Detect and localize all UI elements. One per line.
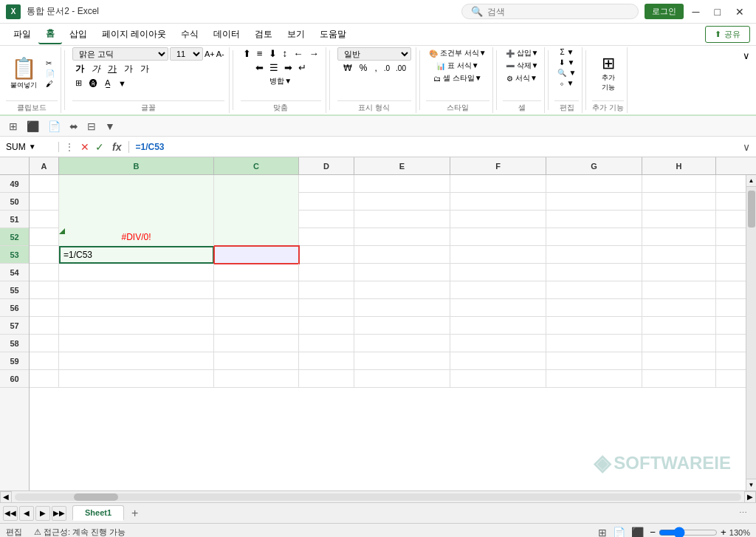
- cell-F59[interactable]: [450, 352, 546, 370]
- normal-view-btn[interactable]: ⊞: [598, 527, 607, 538]
- col-header-A[interactable]: A: [30, 157, 59, 174]
- row-header-59[interactable]: 59: [0, 352, 29, 370]
- cell-E55[interactable]: [354, 281, 450, 299]
- formula-menu-btn[interactable]: ⋮: [62, 141, 77, 153]
- maximize-button[interactable]: □: [709, 3, 726, 21]
- fill-color-button[interactable]: 🅐: [86, 78, 100, 89]
- cell-E51[interactable]: [354, 211, 450, 228]
- sheet-tab-sheet1[interactable]: Sheet1: [72, 505, 124, 521]
- cell-F58[interactable]: [450, 335, 546, 352]
- more-font[interactable]: ▼: [115, 78, 129, 89]
- h-scroll-track[interactable]: [15, 493, 741, 501]
- scroll-thumb[interactable]: [748, 191, 755, 228]
- search-box[interactable]: 🔍: [461, 4, 639, 19]
- conditional-format[interactable]: 🎨 조건부 서식▼: [426, 47, 489, 59]
- text-direction[interactable]: ↕: [281, 47, 290, 60]
- cell-F49[interactable]: [450, 175, 546, 193]
- corner-cell[interactable]: [0, 157, 30, 174]
- font-size-select[interactable]: 11: [170, 47, 203, 61]
- cell-E50[interactable]: [354, 193, 450, 211]
- row-header-52[interactable]: 52: [0, 228, 29, 246]
- cell-B55[interactable]: [59, 281, 214, 299]
- row-header-54[interactable]: 54: [0, 264, 29, 281]
- qa-page-btn[interactable]: 📄: [45, 119, 63, 134]
- last-sheet-btn[interactable]: ▶▶: [52, 506, 66, 521]
- cell-E57[interactable]: [354, 317, 450, 335]
- row-header-58[interactable]: 58: [0, 335, 29, 352]
- dec-increase[interactable]: .0: [382, 64, 392, 73]
- cell-F55[interactable]: [450, 281, 546, 299]
- cell-A57[interactable]: [30, 317, 59, 335]
- share-button[interactable]: ⬆ 공유: [705, 26, 750, 43]
- col-header-B[interactable]: B: [59, 157, 214, 174]
- currency-btn[interactable]: ₩: [340, 62, 355, 74]
- indent-decrease[interactable]: ←: [291, 47, 305, 60]
- cell-H52[interactable]: [642, 228, 716, 246]
- cell-C52[interactable]: [214, 228, 299, 246]
- close-button[interactable]: ✕: [729, 3, 750, 21]
- cell-H54[interactable]: [642, 264, 716, 281]
- menu-help[interactable]: 도움말: [312, 25, 354, 44]
- cell-D54[interactable]: [299, 264, 354, 281]
- cell-D57[interactable]: [299, 317, 354, 335]
- row-header-49[interactable]: 49: [0, 175, 29, 193]
- cell-B49[interactable]: [59, 175, 214, 193]
- col-header-D[interactable]: D: [299, 157, 354, 174]
- cell-A54[interactable]: [30, 264, 59, 281]
- cell-D60[interactable]: [299, 370, 354, 388]
- cell-A58[interactable]: [30, 335, 59, 352]
- scroll-track[interactable]: [746, 187, 756, 479]
- cell-F54[interactable]: [450, 264, 546, 281]
- cell-D56[interactable]: [299, 299, 354, 317]
- zoom-increase-btn[interactable]: +: [721, 527, 726, 537]
- delete-cells[interactable]: ➖ 삭제▼: [503, 60, 542, 72]
- bold-button[interactable]: 가: [72, 62, 87, 76]
- fill-btn[interactable]: ⬇ ▼: [556, 58, 577, 67]
- cell-F53[interactable]: [450, 246, 546, 264]
- font-color-button[interactable]: 가: [137, 62, 152, 76]
- horizontal-scrollbar[interactable]: ◀ ▶: [0, 490, 756, 502]
- cell-G53[interactable]: [546, 246, 642, 264]
- add-sheet-button[interactable]: +: [126, 507, 144, 520]
- clear-btn[interactable]: 🔍 ▼: [554, 68, 579, 78]
- row-header-55[interactable]: 55: [0, 281, 29, 299]
- menu-file[interactable]: 파일: [6, 25, 38, 44]
- percent-btn[interactable]: %: [357, 62, 371, 74]
- number-format-select[interactable]: 일반: [337, 47, 411, 61]
- h-scroll-thumb[interactable]: [74, 493, 118, 501]
- cell-reference-box[interactable]: SUM ▼: [0, 142, 59, 152]
- indent-increase[interactable]: →: [307, 47, 321, 60]
- page-break-view-btn[interactable]: ⬛: [631, 527, 644, 538]
- sort-filter-btn[interactable]: ⬦ ▼: [557, 78, 577, 88]
- cell-E59[interactable]: [354, 352, 450, 370]
- first-sheet-btn[interactable]: ◀◀: [3, 506, 18, 521]
- next-sheet-btn[interactable]: ▶: [35, 506, 50, 521]
- cell-H57[interactable]: [642, 317, 716, 335]
- cell-D52[interactable]: [299, 228, 354, 246]
- decrease-font-size[interactable]: A-: [216, 49, 224, 58]
- search-input[interactable]: [487, 7, 620, 17]
- cell-B52[interactable]: #DIV/0!: [59, 228, 214, 246]
- col-header-C[interactable]: C: [214, 157, 299, 174]
- font-color-btn2[interactable]: A̲: [102, 78, 114, 89]
- cell-C56[interactable]: [214, 299, 299, 317]
- dec-decrease[interactable]: .00: [394, 64, 408, 73]
- cell-E54[interactable]: [354, 264, 450, 281]
- cell-H50[interactable]: [642, 193, 716, 211]
- align-left[interactable]: ⬅: [253, 61, 266, 74]
- cell-C58[interactable]: [214, 335, 299, 352]
- cell-H51[interactable]: [642, 211, 716, 228]
- cell-A55[interactable]: [30, 281, 59, 299]
- row-header-53[interactable]: 53: [0, 246, 29, 264]
- cell-F50[interactable]: [450, 193, 546, 211]
- cell-A52[interactable]: [30, 228, 59, 246]
- cut-button[interactable]: ✂: [43, 58, 58, 68]
- align-bottom[interactable]: ⬇: [267, 47, 279, 60]
- align-center[interactable]: ☰: [267, 61, 281, 74]
- menu-data[interactable]: 데이터: [206, 25, 247, 44]
- menu-home[interactable]: 홈: [38, 24, 62, 44]
- cell-H49[interactable]: [642, 175, 716, 193]
- cell-E56[interactable]: [354, 299, 450, 317]
- cell-styles[interactable]: 🗂 셀 스타일▼: [430, 72, 485, 84]
- qa-more-btn[interactable]: ▼: [102, 119, 118, 134]
